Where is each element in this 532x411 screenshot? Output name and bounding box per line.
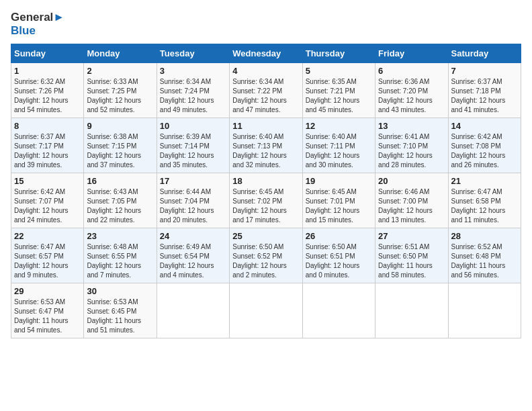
calendar-cell: 9Sunrise: 6:38 AM Sunset: 7:15 PM Daylig… [84,118,157,173]
day-number: 3 [160,66,226,76]
calendar-cell: 11Sunrise: 6:40 AM Sunset: 7:13 PM Dayli… [230,118,302,173]
calendar-cell: 12Sunrise: 6:40 AM Sunset: 7:11 PM Dayli… [302,118,375,173]
day-number: 25 [232,231,299,241]
day-number: 9 [87,121,153,131]
col-header-sunday: Sunday [11,44,84,62]
calendar-cell: 30Sunrise: 6:53 AM Sunset: 6:45 PM Dayli… [84,283,157,338]
calendar-cell: 20Sunrise: 6:46 AM Sunset: 7:00 PM Dayli… [375,173,448,228]
day-detail: Sunrise: 6:43 AM Sunset: 7:05 PM Dayligh… [87,187,153,225]
calendar-week-5: 29Sunrise: 6:53 AM Sunset: 6:47 PM Dayli… [11,283,521,338]
day-detail: Sunrise: 6:44 AM Sunset: 7:04 PM Dayligh… [160,187,226,225]
day-detail: Sunrise: 6:50 AM Sunset: 6:51 PM Dayligh… [306,242,372,280]
day-detail: Sunrise: 6:51 AM Sunset: 6:50 PM Dayligh… [378,242,445,280]
day-detail: Sunrise: 6:52 AM Sunset: 6:48 PM Dayligh… [451,242,518,280]
day-detail: Sunrise: 6:42 AM Sunset: 7:07 PM Dayligh… [14,187,81,225]
calendar-cell: 13Sunrise: 6:41 AM Sunset: 7:10 PM Dayli… [375,118,448,173]
calendar-week-1: 1Sunrise: 6:32 AM Sunset: 7:26 PM Daylig… [11,62,521,118]
day-detail: Sunrise: 6:38 AM Sunset: 7:15 PM Dayligh… [87,132,153,170]
day-detail: Sunrise: 6:42 AM Sunset: 7:08 PM Dayligh… [451,132,518,170]
day-number: 7 [451,66,518,76]
calendar-cell: 26Sunrise: 6:50 AM Sunset: 6:51 PM Dayli… [302,228,375,283]
calendar-cell: 1Sunrise: 6:32 AM Sunset: 7:26 PM Daylig… [11,62,84,118]
day-number: 28 [451,231,518,241]
day-number: 1 [14,66,81,76]
day-number: 19 [306,176,372,186]
day-detail: Sunrise: 6:37 AM Sunset: 7:17 PM Dayligh… [14,132,81,170]
day-number: 15 [14,176,81,186]
calendar-cell: 7Sunrise: 6:37 AM Sunset: 7:18 PM Daylig… [448,62,521,118]
logo: General► Blue [11,11,64,38]
day-detail: Sunrise: 6:32 AM Sunset: 7:26 PM Dayligh… [14,77,81,115]
calendar-cell: 29Sunrise: 6:53 AM Sunset: 6:47 PM Dayli… [11,283,84,338]
day-detail: Sunrise: 6:47 AM Sunset: 6:58 PM Dayligh… [451,187,518,225]
day-number: 12 [306,121,372,131]
col-header-friday: Friday [375,44,448,62]
day-detail: Sunrise: 6:37 AM Sunset: 7:18 PM Dayligh… [451,77,518,115]
calendar-cell: 2Sunrise: 6:33 AM Sunset: 7:25 PM Daylig… [84,62,157,118]
calendar-cell: 4Sunrise: 6:34 AM Sunset: 7:22 PM Daylig… [230,62,302,118]
day-number: 17 [160,176,226,186]
day-number: 21 [451,176,518,186]
calendar-cell: 6Sunrise: 6:36 AM Sunset: 7:20 PM Daylig… [375,62,448,118]
calendar-week-2: 8Sunrise: 6:37 AM Sunset: 7:17 PM Daylig… [11,118,521,173]
day-number: 14 [451,121,518,131]
day-detail: Sunrise: 6:36 AM Sunset: 7:20 PM Dayligh… [378,77,445,115]
day-detail: Sunrise: 6:34 AM Sunset: 7:22 PM Dayligh… [232,77,299,115]
day-number: 4 [232,66,299,76]
calendar-cell: 10Sunrise: 6:39 AM Sunset: 7:14 PM Dayli… [157,118,229,173]
day-detail: Sunrise: 6:48 AM Sunset: 6:55 PM Dayligh… [87,242,153,280]
day-number: 30 [87,286,153,296]
day-number: 20 [378,176,445,186]
calendar-week-4: 22Sunrise: 6:47 AM Sunset: 6:57 PM Dayli… [11,228,521,283]
calendar-cell: 5Sunrise: 6:35 AM Sunset: 7:21 PM Daylig… [302,62,375,118]
day-detail: Sunrise: 6:45 AM Sunset: 7:02 PM Dayligh… [232,187,299,225]
day-number: 24 [160,231,226,241]
day-number: 27 [378,231,445,241]
calendar-cell [157,283,229,338]
day-number: 8 [14,121,81,131]
col-header-monday: Monday [84,44,157,62]
day-detail: Sunrise: 6:49 AM Sunset: 6:54 PM Dayligh… [160,242,226,280]
day-detail: Sunrise: 6:40 AM Sunset: 7:13 PM Dayligh… [232,132,299,170]
calendar-cell [375,283,448,338]
calendar-cell: 25Sunrise: 6:50 AM Sunset: 6:52 PM Dayli… [230,228,302,283]
day-detail: Sunrise: 6:33 AM Sunset: 7:25 PM Dayligh… [87,77,153,115]
calendar-cell: 8Sunrise: 6:37 AM Sunset: 7:17 PM Daylig… [11,118,84,173]
calendar-cell: 21Sunrise: 6:47 AM Sunset: 6:58 PM Dayli… [448,173,521,228]
calendar-cell: 23Sunrise: 6:48 AM Sunset: 6:55 PM Dayli… [84,228,157,283]
calendar-cell: 24Sunrise: 6:49 AM Sunset: 6:54 PM Dayli… [157,228,229,283]
day-detail: Sunrise: 6:53 AM Sunset: 6:47 PM Dayligh… [14,298,81,335]
day-number: 11 [232,121,299,131]
day-detail: Sunrise: 6:46 AM Sunset: 7:00 PM Dayligh… [378,187,445,225]
day-detail: Sunrise: 6:35 AM Sunset: 7:21 PM Dayligh… [306,77,372,115]
calendar-cell: 19Sunrise: 6:45 AM Sunset: 7:01 PM Dayli… [302,173,375,228]
col-header-wednesday: Wednesday [230,44,302,62]
day-number: 18 [232,176,299,186]
calendar-cell [302,283,375,338]
day-detail: Sunrise: 6:53 AM Sunset: 6:45 PM Dayligh… [87,298,153,335]
day-number: 26 [306,231,372,241]
calendar-cell: 15Sunrise: 6:42 AM Sunset: 7:07 PM Dayli… [11,173,84,228]
calendar-cell: 16Sunrise: 6:43 AM Sunset: 7:05 PM Dayli… [84,173,157,228]
calendar-cell [230,283,302,338]
day-detail: Sunrise: 6:34 AM Sunset: 7:24 PM Dayligh… [160,77,226,115]
day-number: 6 [378,66,445,76]
calendar-cell: 17Sunrise: 6:44 AM Sunset: 7:04 PM Dayli… [157,173,229,228]
col-header-tuesday: Tuesday [157,44,229,62]
day-detail: Sunrise: 6:47 AM Sunset: 6:57 PM Dayligh… [14,242,81,280]
day-number: 5 [306,66,372,76]
calendar-cell: 14Sunrise: 6:42 AM Sunset: 7:08 PM Dayli… [448,118,521,173]
calendar-week-3: 15Sunrise: 6:42 AM Sunset: 7:07 PM Dayli… [11,173,521,228]
col-header-thursday: Thursday [302,44,375,62]
logo-text: General► Blue [11,11,64,38]
page-header: General► Blue [11,11,521,38]
day-number: 13 [378,121,445,131]
calendar-cell: 18Sunrise: 6:45 AM Sunset: 7:02 PM Dayli… [230,173,302,228]
day-detail: Sunrise: 6:45 AM Sunset: 7:01 PM Dayligh… [306,187,372,225]
calendar-cell: 3Sunrise: 6:34 AM Sunset: 7:24 PM Daylig… [157,62,229,118]
day-detail: Sunrise: 6:40 AM Sunset: 7:11 PM Dayligh… [306,132,372,170]
day-number: 2 [87,66,153,76]
calendar-cell: 22Sunrise: 6:47 AM Sunset: 6:57 PM Dayli… [11,228,84,283]
calendar-cell [448,283,521,338]
day-detail: Sunrise: 6:39 AM Sunset: 7:14 PM Dayligh… [160,132,226,170]
